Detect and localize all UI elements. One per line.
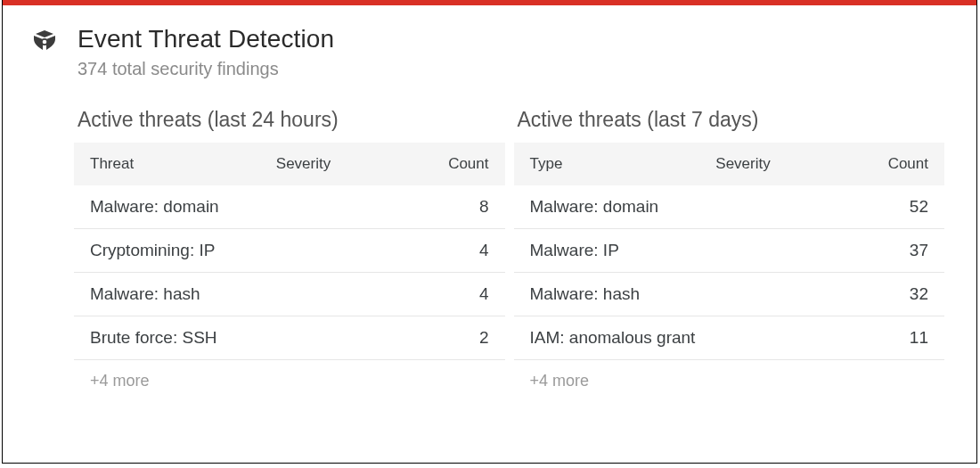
cell-count: 2 [409,328,489,348]
more-link[interactable]: +4 more [74,360,505,402]
table-row[interactable]: Malware: hash 4 [74,273,505,316]
panel-last-7d: Active threats (last 7 days) Type Severi… [514,92,945,402]
cell-severity [276,328,409,348]
threats-table-24h: Threat Severity Count Malware: domain 8 … [74,143,505,402]
col-header-threat: Threat [90,155,276,173]
table-row[interactable]: Malware: IP 37 [514,229,945,273]
table-row[interactable]: Malware: domain 8 [74,185,505,229]
cell-count: 32 [849,284,929,304]
cell-count: 4 [409,284,489,304]
table-row[interactable]: Brute force: SSH 2 [74,316,505,360]
cell-severity [715,284,848,304]
cell-threat: Malware: hash [530,284,716,304]
cell-threat: IAM: anomalous grant [530,328,716,348]
cell-severity [715,328,848,348]
cell-severity [276,284,409,304]
cell-severity [276,241,409,260]
cell-threat: Brute force: SSH [90,328,276,348]
cell-threat: Malware: hash [90,284,276,304]
col-header-severity: Severity [715,155,848,173]
col-header-type: Type [530,155,716,173]
cell-count: 8 [409,197,489,217]
table-header: Threat Severity Count [74,143,505,185]
table-row[interactable]: Cryptomining: IP 4 [74,229,505,273]
table-row[interactable]: Malware: hash 32 [514,273,945,316]
cell-count: 37 [849,241,929,260]
page-subtitle: 374 total security findings [78,59,334,79]
table-row[interactable]: IAM: anomalous grant 11 [514,316,945,360]
table-header: Type Severity Count [514,143,945,185]
svg-point-1 [43,40,47,45]
threat-detection-card: Event Threat Detection 374 total securit… [2,0,977,464]
panel-title: Active threats (last 24 hours) [78,108,505,132]
cell-threat: Malware: domain [530,197,716,217]
col-header-severity: Severity [276,155,409,173]
cell-severity [715,241,848,260]
panel-last-24h: Active threats (last 24 hours) Threat Se… [74,92,505,402]
cell-count: 11 [849,328,929,348]
panel-title: Active threats (last 7 days) [518,108,945,132]
threats-table-7d: Type Severity Count Malware: domain 52 M… [514,143,945,402]
cell-count: 4 [409,241,489,260]
card-header: Event Threat Detection 374 total securit… [3,5,976,86]
col-header-count: Count [409,155,489,173]
col-header-count: Count [849,155,929,173]
more-link[interactable]: +4 more [514,360,945,402]
cell-threat: Malware: domain [90,197,276,217]
table-row[interactable]: Malware: domain 52 [514,185,945,229]
cell-severity [276,197,409,217]
page-title: Event Threat Detection [78,25,334,53]
cell-severity [715,197,848,217]
cell-threat: Malware: IP [530,241,716,260]
cell-count: 52 [849,197,929,217]
shield-icon [29,25,60,62]
cell-threat: Cryptomining: IP [90,241,276,260]
